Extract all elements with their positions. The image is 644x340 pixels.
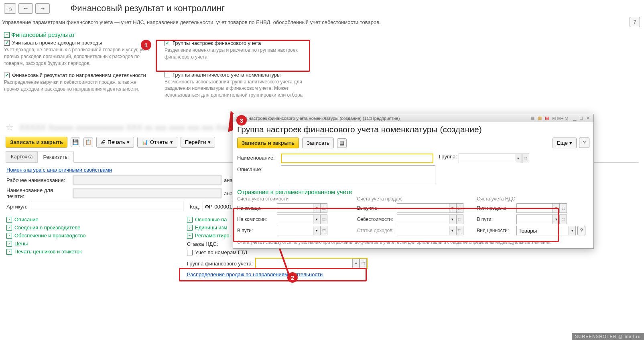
checkbox-directions[interactable] [4, 73, 10, 78]
cb-label: Учитывать прочие доходы и расходы [12, 40, 102, 46]
expand-producer[interactable]: ›Сведения о производителе [6, 225, 175, 231]
maximize-icon[interactable]: ◻ [578, 115, 584, 121]
hint-text: Учет доходов, не связанных с реализацией… [4, 47, 152, 67]
home-button[interactable]: ⌂ [4, 3, 16, 14]
label-onsale: При продаже: [477, 205, 515, 211]
save-close-button[interactable]: Записать и закрыть [6, 137, 67, 148]
dropdown-icon[interactable]: ▾ [569, 226, 576, 235]
open-icon[interactable]: ⬚ [320, 226, 327, 235]
checklist-icon[interactable]: 📋 [83, 138, 93, 147]
goto-button[interactable]: Перейти▾ [181, 137, 215, 148]
reports-button[interactable]: 📊Отчеты▾ [137, 137, 177, 148]
open-icon[interactable]: ⬚ [456, 226, 463, 235]
checkbox-other-income[interactable] [4, 40, 10, 46]
label-revenue: Выручки: [357, 205, 395, 211]
dropdown-icon[interactable]: ▾ [449, 226, 456, 235]
dropdown-icon[interactable]: ▾ [553, 203, 560, 213]
dlg-write-button[interactable]: Записать [302, 138, 334, 148]
close-icon[interactable]: ✕ [585, 115, 591, 121]
dialog-window-title: руппа настроек финансового учета номенкл… [236, 116, 400, 121]
open-icon[interactable]: ⬚ [360, 259, 367, 268]
chart-icon: 📊 [142, 139, 148, 145]
stock-input[interactable] [277, 203, 313, 213]
open-icon[interactable]: ⬚ [522, 154, 529, 163]
forward-button[interactable]: → [35, 3, 50, 14]
open-icon[interactable]: ⬚ [456, 215, 463, 224]
onsale-input[interactable] [516, 203, 553, 213]
description-textarea[interactable] [281, 165, 435, 185]
hint-text: Возможность использования групп аналитич… [165, 79, 313, 99]
similar-nomenclature-link[interactable]: Номенклатура с аналогичными свойствами [6, 167, 112, 173]
commission-input[interactable] [277, 215, 313, 224]
expand-prices[interactable]: ›Цены [6, 241, 175, 247]
checkbox-analytic-groups[interactable] [165, 72, 170, 77]
label-intransit2: В пути: [477, 217, 515, 222]
expand-supply[interactable]: ›Обеспечение и производство [6, 233, 175, 239]
label-fingroup: Группа финансового учета: [187, 261, 253, 267]
open-icon[interactable]: ⬚ [456, 203, 463, 213]
help-button[interactable]: ? [630, 17, 640, 27]
dialog-heading: Группа настроек финансового учета номенк… [233, 122, 593, 138]
window-mem-labels: M M+ M- [551, 116, 571, 121]
label-workname: Рабочее наименование: [6, 177, 71, 183]
collapse-icon[interactable]: − [4, 32, 10, 38]
list-icon[interactable]: ▤ [337, 138, 347, 148]
annotation-badge-2: 2 [287, 272, 298, 283]
articul-input[interactable] [31, 202, 183, 211]
label-valtype: Вид ценности: [477, 228, 515, 233]
label-group: Группа: [439, 154, 457, 160]
window-tool-icon[interactable]: ▥ [536, 115, 543, 121]
back-button[interactable]: ← [18, 3, 33, 14]
dlg-help-button[interactable]: ? [579, 138, 589, 148]
annotation-badge-3: 3 [236, 115, 247, 125]
revenue-input[interactable] [397, 203, 449, 213]
window-tool-icon[interactable]: ▤ [544, 115, 550, 121]
open-icon[interactable]: ⬚ [560, 203, 567, 213]
dropdown-icon[interactable]: ▾ [313, 226, 320, 235]
checkbox-gtd[interactable] [187, 250, 193, 255]
cb-label: Группы аналитического учета номенклатуры [173, 72, 280, 78]
section-header-financial: Финансовый результат [11, 31, 75, 38]
dropdown-icon[interactable]: ▾ [313, 215, 320, 224]
label-printname: Наименование для печати: [6, 187, 71, 199]
dialog-fin-group-create: руппа настроек финансового учета номенкл… [233, 114, 594, 249]
dropdown-icon[interactable]: ▾ [553, 215, 560, 224]
tab-card[interactable]: Карточка [6, 151, 38, 162]
dlg-save-close-button[interactable]: Записать и закрыть [237, 138, 299, 148]
tab-requisites[interactable]: Реквизиты [38, 152, 74, 163]
label-costsales: Себестоимости: [357, 217, 395, 222]
dropdown-icon[interactable]: ▾ [515, 154, 522, 163]
print-button[interactable]: 🖨Печать▾ [96, 137, 134, 148]
dropdown-icon[interactable]: ▾ [449, 203, 456, 213]
minimize-icon[interactable]: ▁ [572, 115, 577, 121]
open-icon[interactable]: ⬚ [560, 215, 567, 224]
open-icon[interactable]: ⬚ [320, 215, 327, 224]
printname-input[interactable] [73, 188, 221, 198]
costsales-input[interactable] [397, 215, 449, 224]
subheader-cost: Счета учета стоимости [237, 196, 350, 202]
dropdown-icon[interactable]: ▾ [352, 259, 360, 268]
code-input[interactable] [203, 202, 235, 211]
fingroup-input[interactable] [256, 259, 352, 268]
label-articul: Артикул: [6, 204, 28, 210]
annotation-badge-1: 1 [141, 40, 151, 50]
income-input[interactable] [397, 226, 449, 235]
save-icon[interactable]: 💾 [71, 138, 80, 147]
window-tool-icon[interactable]: ▦ [529, 115, 536, 121]
open-icon[interactable]: ⬚ [320, 203, 327, 213]
intransit2-input[interactable] [516, 215, 553, 224]
group-input[interactable] [459, 154, 515, 163]
expand-description[interactable]: ›Описание [6, 217, 175, 223]
dropdown-icon[interactable]: ▾ [313, 203, 320, 213]
dropdown-icon[interactable]: ▾ [449, 215, 456, 224]
label-transit: В пути: [237, 228, 275, 233]
workname-input[interactable] [73, 175, 221, 185]
more-button[interactable]: Еще▾ [553, 138, 577, 148]
transit-input[interactable] [277, 226, 313, 235]
valtype-input[interactable] [516, 226, 569, 235]
accounts-note: Счета учета используются по умолчанию пр… [237, 239, 589, 245]
name-input[interactable] [281, 154, 433, 163]
valtype-help[interactable]: ? [577, 226, 585, 235]
expand-tags[interactable]: ›Печать ценников и этикеток [6, 249, 175, 255]
favorite-star-icon[interactable]: ☆ [6, 122, 14, 133]
